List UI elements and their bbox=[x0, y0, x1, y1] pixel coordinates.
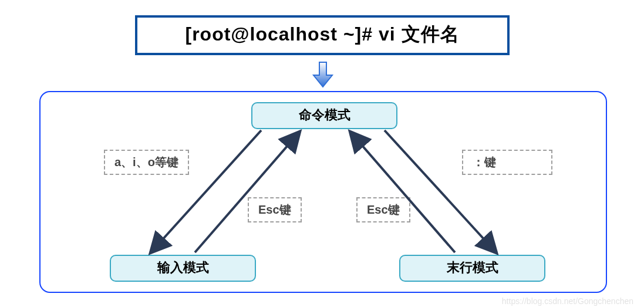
mode-insert-box: 输入模式 bbox=[110, 255, 256, 282]
mode-insert-label: 输入模式 bbox=[157, 260, 209, 275]
key-esc-right-text: Esc键 bbox=[367, 203, 400, 216]
watermark-text: https://blog.csdn.net/Gongchenchen bbox=[502, 296, 633, 306]
key-esc-left: Esc键 bbox=[248, 197, 302, 222]
key-esc-right: Esc键 bbox=[356, 197, 410, 222]
command-title-box: [root@localhost ~]# vi 文件名 bbox=[135, 15, 510, 55]
diagram-stage: [root@localhost ~]# vi 文件名 命令模式 输入模式 末行模… bbox=[0, 0, 644, 307]
mode-lastline-box: 末行模式 bbox=[399, 255, 545, 282]
key-esc-left-text: Esc键 bbox=[258, 203, 291, 216]
key-enter-lastline-text: ：键 bbox=[473, 156, 496, 168]
key-enter-insert: a、i、o等键 bbox=[104, 150, 189, 175]
key-enter-insert-text: a、i、o等键 bbox=[114, 156, 178, 168]
down-arrow-icon bbox=[311, 61, 335, 89]
mode-command-label: 命令模式 bbox=[299, 107, 350, 122]
mode-command-box: 命令模式 bbox=[251, 102, 397, 129]
mode-lastline-label: 末行模式 bbox=[447, 260, 498, 275]
command-title-text: [root@localhost ~]# vi 文件名 bbox=[185, 23, 459, 45]
key-enter-lastline: ：键 bbox=[462, 150, 552, 175]
